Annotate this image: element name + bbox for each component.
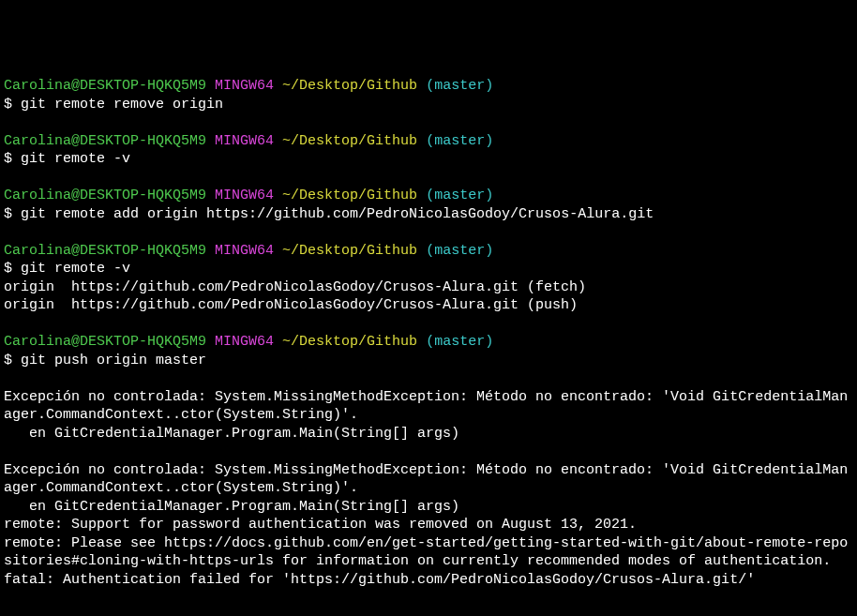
- command-line: $ git push origin master: [4, 352, 853, 370]
- prompt-user: Carolina@DESKTOP-HQKQ5M9: [4, 243, 206, 259]
- dollar-sign: $: [4, 261, 12, 277]
- prompt-host: MINGW64: [215, 78, 274, 94]
- blank-line: [4, 223, 853, 242]
- command-text: git remote remove origin: [21, 97, 223, 113]
- error-line: en GitCredentialManager.Program.Main(Str…: [4, 498, 853, 517]
- prompt-user: Carolina@DESKTOP-HQKQ5M9: [4, 133, 206, 149]
- prompt-path: ~/Desktop/Github: [282, 334, 417, 350]
- command-text: git remote -v: [21, 261, 130, 277]
- command-text: git remote -v: [21, 151, 130, 167]
- prompt-line: Carolina@DESKTOP-HQKQ5M9 MINGW64 ~/Deskt…: [4, 333, 853, 352]
- prompt-branch: (master): [426, 78, 493, 94]
- error-line: remote: Please see https://docs.github.c…: [4, 534, 853, 571]
- prompt-path: ~/Desktop/Github: [282, 133, 417, 149]
- dollar-sign: $: [4, 353, 12, 368]
- prompt-branch: (master): [426, 334, 493, 350]
- prompt-host: MINGW64: [215, 188, 274, 203]
- command-text: git remote add origin https://github.com…: [21, 206, 654, 222]
- prompt-branch: (master): [426, 188, 493, 203]
- blank-line: [4, 443, 853, 461]
- command-line: $ git remote remove origin: [4, 96, 853, 114]
- prompt-host: MINGW64: [215, 243, 274, 259]
- error-line: remote: Support for password authenticat…: [4, 516, 853, 534]
- dollar-sign: $: [4, 206, 12, 222]
- command-line: $ git remote -v: [4, 150, 853, 169]
- command-line: $ git remote add origin https://github.c…: [4, 205, 853, 224]
- error-line: fatal: Authentication failed for 'https:…: [4, 571, 853, 590]
- prompt-host: MINGW64: [215, 133, 274, 149]
- prompt-user: Carolina@DESKTOP-HQKQ5M9: [4, 78, 206, 94]
- prompt-path: ~/Desktop/Github: [282, 243, 417, 259]
- prompt-host: MINGW64: [215, 334, 274, 350]
- output-line: origin https://github.com/PedroNicolasGo…: [4, 278, 853, 297]
- error-line: Excepción no controlada: System.MissingM…: [4, 388, 853, 425]
- prompt-line: Carolina@DESKTOP-HQKQ5M9 MINGW64 ~/Deskt…: [4, 242, 853, 261]
- command-text: git push origin master: [21, 353, 206, 368]
- terminal-output[interactable]: Carolina@DESKTOP-HQKQ5M9 MINGW64 ~/Deskt…: [4, 77, 853, 589]
- prompt-path: ~/Desktop/Github: [282, 78, 417, 94]
- prompt-line: Carolina@DESKTOP-HQKQ5M9 MINGW64 ~/Deskt…: [4, 77, 853, 96]
- prompt-path: ~/Desktop/Github: [282, 188, 417, 203]
- dollar-sign: $: [4, 151, 12, 167]
- blank-line: [4, 369, 853, 388]
- error-line: en GitCredentialManager.Program.Main(Str…: [4, 425, 853, 443]
- prompt-branch: (master): [426, 133, 493, 149]
- blank-line: [4, 113, 853, 132]
- blank-line: [4, 169, 853, 188]
- dollar-sign: $: [4, 97, 12, 113]
- prompt-line: Carolina@DESKTOP-HQKQ5M9 MINGW64 ~/Deskt…: [4, 187, 853, 205]
- error-line: Excepción no controlada: System.MissingM…: [4, 461, 853, 498]
- prompt-branch: (master): [426, 243, 493, 259]
- prompt-line: Carolina@DESKTOP-HQKQ5M9 MINGW64 ~/Deskt…: [4, 132, 853, 151]
- blank-line: [4, 315, 853, 334]
- prompt-user: Carolina@DESKTOP-HQKQ5M9: [4, 334, 206, 350]
- command-line: $ git remote -v: [4, 260, 853, 278]
- output-line: origin https://github.com/PedroNicolasGo…: [4, 296, 853, 315]
- prompt-user: Carolina@DESKTOP-HQKQ5M9: [4, 188, 206, 203]
